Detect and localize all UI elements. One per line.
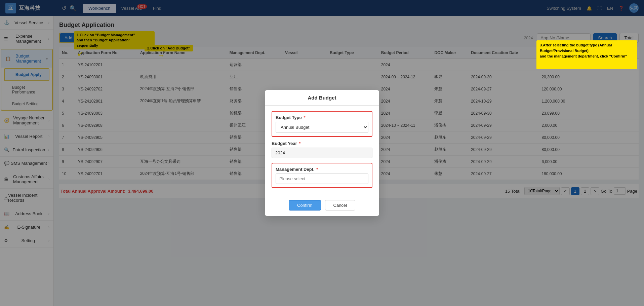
confirm-button[interactable]: Confirm (289, 200, 321, 211)
required-marker: * (304, 115, 305, 120)
required-marker: * (316, 167, 318, 172)
management-dept-label: Management Dept. * (276, 167, 368, 172)
required-marker: * (299, 141, 300, 146)
budget-year-input[interactable] (272, 148, 372, 158)
annotation-step3: 3.After selecting the budget type (Annua… (536, 40, 637, 69)
budget-year-group: Budget Year * (272, 141, 372, 158)
add-budget-modal: Add Budget Budget Type * Annual Budget P… (265, 90, 379, 216)
modal-overlay: 3.After selecting the budget type (Annua… (0, 0, 644, 306)
management-dept-input[interactable] (276, 174, 368, 184)
budget-type-label: Budget Type * (276, 115, 368, 120)
budget-type-group: Budget Type * Annual Budget Provisional … (272, 111, 372, 137)
management-dept-group: Management Dept. * (272, 163, 372, 188)
cancel-button[interactable]: Cancel (325, 200, 355, 211)
modal-body: Budget Type * Annual Budget Provisional … (265, 106, 379, 196)
budget-type-select[interactable]: Annual Budget Provisional Budget (276, 122, 368, 133)
budget-year-label: Budget Year * (272, 141, 372, 146)
modal-footer: Confirm Cancel (265, 196, 379, 216)
modal-title: Add Budget (265, 90, 379, 106)
